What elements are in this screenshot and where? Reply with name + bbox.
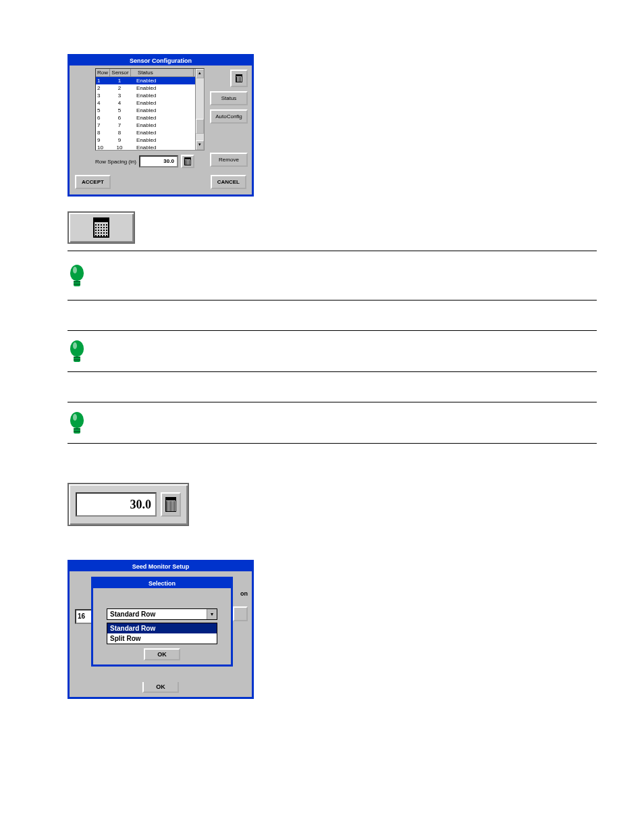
table-row[interactable]: 44Enabled bbox=[96, 99, 195, 107]
row-spacing-label: Row Spacing (in) bbox=[95, 159, 136, 165]
side-button[interactable] bbox=[233, 606, 248, 621]
window-title: Seed Monitor Setup bbox=[70, 562, 252, 571]
row-spacing-value-input[interactable]: 30.0 bbox=[76, 492, 157, 517]
calculator-side-button[interactable] bbox=[230, 70, 248, 87]
calculator-button[interactable] bbox=[161, 492, 181, 517]
table-row[interactable]: 11Enabled bbox=[96, 77, 195, 84]
remove-button[interactable]: Remove bbox=[210, 153, 248, 167]
calculator-icon bbox=[236, 74, 242, 82]
row-spacing-figure: 30.0 bbox=[68, 483, 189, 526]
calculator-button[interactable] bbox=[181, 155, 194, 168]
table-row[interactable]: 33Enabled bbox=[96, 92, 195, 99]
table-row[interactable]: 22Enabled bbox=[96, 84, 195, 92]
tip-note-3 bbox=[68, 402, 597, 444]
dropdown-list: Standard RowSplit Row bbox=[107, 623, 217, 644]
sensor-configuration-window: Sensor Configuration RowSensorStatus11En… bbox=[68, 54, 254, 197]
scroll-up-icon[interactable]: ▴ bbox=[196, 69, 204, 78]
table-row[interactable]: 88Enabled bbox=[96, 129, 195, 136]
scroll-thumb[interactable] bbox=[196, 119, 204, 134]
sensor-table: RowSensorStatus11Enabled22Enabled33Enabl… bbox=[95, 68, 205, 151]
accept-button[interactable]: ACCEPT bbox=[75, 175, 111, 189]
dropdown-selected: Standard Row bbox=[107, 609, 207, 619]
dialog-title: Selection bbox=[93, 579, 231, 588]
calculator-icon bbox=[184, 157, 191, 165]
table-row[interactable]: 99Enabled bbox=[96, 136, 195, 144]
calculator-icon bbox=[165, 497, 176, 512]
lightbulb-icon bbox=[68, 412, 86, 434]
tip-note-1 bbox=[68, 251, 597, 301]
window-title: Sensor Configuration bbox=[70, 56, 252, 66]
table-row[interactable]: 1010Enabled bbox=[96, 144, 195, 151]
lightbulb-icon bbox=[68, 265, 86, 286]
ok-button[interactable]: OK bbox=[144, 648, 180, 660]
table-header: RowSensorStatus bbox=[96, 69, 195, 77]
table-row[interactable]: 55Enabled bbox=[96, 107, 195, 114]
row-spacing-input[interactable]: 30.0 bbox=[139, 155, 178, 167]
calculator-button-large[interactable] bbox=[68, 211, 135, 244]
table-row[interactable]: 77Enabled bbox=[96, 122, 195, 129]
scroll-down-icon[interactable]: ▾ bbox=[196, 140, 204, 150]
tip-note-2 bbox=[68, 330, 597, 372]
row-type-dropdown[interactable]: Standard Row ▾ bbox=[107, 608, 217, 620]
partial-label: on bbox=[240, 590, 248, 597]
chevron-down-icon[interactable]: ▾ bbox=[207, 609, 217, 619]
selection-dialog: Selection Standard Row ▾ Standard RowSpl… bbox=[91, 577, 233, 667]
table-row[interactable]: 66Enabled bbox=[96, 114, 195, 122]
seed-monitor-setup-window: Seed Monitor Setup 16 on OK Selection St… bbox=[68, 560, 254, 699]
lightbulb-icon bbox=[68, 340, 86, 362]
calculator-icon bbox=[93, 217, 109, 238]
ok-button-background[interactable]: OK bbox=[142, 682, 179, 693]
scrollbar[interactable]: ▴ ▾ bbox=[195, 69, 204, 150]
cancel-button[interactable]: CANCEL bbox=[211, 175, 246, 189]
dropdown-option[interactable]: Standard Row bbox=[107, 623, 217, 633]
dropdown-option[interactable]: Split Row bbox=[107, 633, 217, 644]
autoconfig-button[interactable]: AutoConfig bbox=[210, 109, 248, 124]
status-button[interactable]: Status bbox=[210, 91, 248, 105]
